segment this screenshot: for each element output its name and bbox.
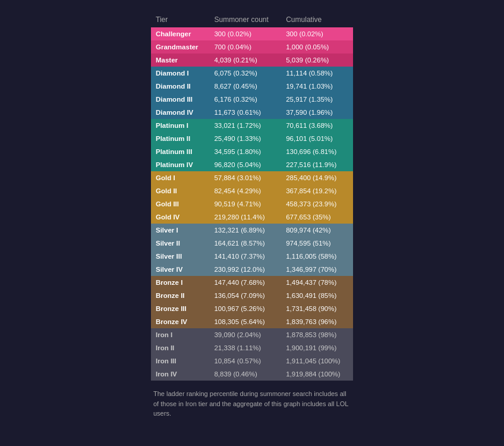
tier-cell: Master: [151, 54, 209, 67]
count-cell: 82,454 (4.29%): [209, 184, 281, 197]
cumulative-cell: 1,630,491 (85%): [281, 289, 353, 302]
tier-cell: Bronze IV: [151, 315, 209, 328]
count-cell: 11,673 (0.61%): [209, 106, 281, 119]
table-row: Iron I39,090 (2.04%)1,878,853 (98%): [151, 328, 353, 341]
count-cell: 90,519 (4.71%): [209, 197, 281, 211]
table-row: Gold II82,454 (4.29%)367,854 (19.2%): [151, 184, 353, 197]
cumulative-cell: 1,878,853 (98%): [281, 328, 353, 341]
footnote-text: The ladder ranking percentile during sum…: [151, 385, 353, 422]
cumulative-cell: 70,611 (3.68%): [281, 119, 353, 132]
table-row: Gold IV219,280 (11.4%)677,653 (35%): [151, 211, 353, 224]
table-row: Gold III90,519 (4.71%)458,373 (23.9%): [151, 197, 353, 211]
cumulative-cell: 285,400 (14.9%): [281, 171, 353, 184]
cumulative-cell: 367,854 (19.2%): [281, 184, 353, 197]
count-cell: 147,440 (7.68%): [209, 276, 281, 289]
tier-cell: Platinum IV: [151, 158, 209, 171]
table-row: Bronze III100,967 (5.26%)1,731,458 (90%): [151, 302, 353, 315]
count-cell: 6,075 (0.32%): [209, 67, 281, 80]
count-cell: 57,884 (3.01%): [209, 171, 281, 184]
tier-cell: Silver I: [151, 224, 209, 237]
cumulative-cell: 458,373 (23.9%): [281, 197, 353, 211]
tier-cell: Platinum III: [151, 145, 209, 158]
cumulative-cell: 96,101 (5.01%): [281, 132, 353, 145]
count-cell: 39,090 (2.04%): [209, 328, 281, 341]
count-cell: 230,992 (12.0%): [209, 263, 281, 276]
tier-table-container: Tier Summoner count Cumulative Challenge…: [151, 12, 353, 422]
count-cell: 21,338 (1.11%): [209, 341, 281, 354]
count-cell: 108,305 (5.64%): [209, 315, 281, 328]
cumulative-cell: 1,839,763 (96%): [281, 315, 353, 328]
tier-cell: Gold IV: [151, 211, 209, 224]
cumulative-cell: 809,974 (42%): [281, 224, 353, 237]
table-row: Challenger300 (0.02%)300 (0.02%): [151, 27, 353, 40]
tier-cell: Gold III: [151, 197, 209, 211]
cumulative-cell: 974,595 (51%): [281, 237, 353, 250]
table-row: Platinum III34,595 (1.80%)130,696 (6.81%…: [151, 145, 353, 158]
tier-cell: Platinum I: [151, 119, 209, 132]
tier-cell: Diamond III: [151, 93, 209, 106]
cumulative-cell: 11,114 (0.58%): [281, 67, 353, 80]
table-row: Iron III10,854 (0.57%)1,911,045 (100%): [151, 354, 353, 368]
tier-cell: Gold II: [151, 184, 209, 197]
tier-cell: Platinum II: [151, 132, 209, 145]
table-row: Bronze IV108,305 (5.64%)1,839,763 (96%): [151, 315, 353, 328]
tier-table: Tier Summoner count Cumulative Challenge…: [151, 12, 353, 381]
table-row: Silver IV230,992 (12.0%)1,346,997 (70%): [151, 263, 353, 276]
count-cell: 33,021 (1.72%): [209, 119, 281, 132]
table-row: Iron IV8,839 (0.46%)1,919,884 (100%): [151, 368, 353, 381]
count-cell: 4,039 (0.21%): [209, 54, 281, 67]
tier-cell: Diamond IV: [151, 106, 209, 119]
table-header-row: Tier Summoner count Cumulative: [151, 12, 353, 27]
tier-cell: Silver II: [151, 237, 209, 250]
cumulative-cell: 25,917 (1.35%): [281, 93, 353, 106]
tier-cell: Bronze III: [151, 302, 209, 315]
cumulative-cell: 677,653 (35%): [281, 211, 353, 224]
tier-cell: Gold I: [151, 171, 209, 184]
table-row: Bronze I147,440 (7.68%)1,494,437 (78%): [151, 276, 353, 289]
tier-cell: Bronze I: [151, 276, 209, 289]
cumulative-cell: 19,741 (1.03%): [281, 80, 353, 93]
count-cell: 219,280 (11.4%): [209, 211, 281, 224]
tier-cell: Iron I: [151, 328, 209, 341]
count-cell: 700 (0.04%): [209, 40, 281, 54]
cumulative-cell: 1,900,191 (99%): [281, 341, 353, 354]
count-cell: 136,054 (7.09%): [209, 289, 281, 302]
tier-cell: Diamond II: [151, 80, 209, 93]
table-row: Platinum II25,490 (1.33%)96,101 (5.01%): [151, 132, 353, 145]
table-row: Platinum IV96,820 (5.04%)227,516 (11.9%): [151, 158, 353, 171]
count-cell: 100,967 (5.26%): [209, 302, 281, 315]
tier-cell: Diamond I: [151, 67, 209, 80]
cumulative-cell: 227,516 (11.9%): [281, 158, 353, 171]
table-row: Diamond IV11,673 (0.61%)37,590 (1.96%): [151, 106, 353, 119]
cumulative-cell: 1,911,045 (100%): [281, 354, 353, 368]
tier-cell: Challenger: [151, 27, 209, 40]
count-cell: 8,627 (0.45%): [209, 80, 281, 93]
cumulative-cell: 5,039 (0.26%): [281, 54, 353, 67]
count-cell: 6,176 (0.32%): [209, 93, 281, 106]
tier-cell: Iron II: [151, 341, 209, 354]
col-tier: Tier: [151, 12, 209, 27]
cumulative-cell: 1,919,884 (100%): [281, 368, 353, 381]
cumulative-cell: 1,731,458 (90%): [281, 302, 353, 315]
count-cell: 34,595 (1.80%): [209, 145, 281, 158]
table-row: Bronze II136,054 (7.09%)1,630,491 (85%): [151, 289, 353, 302]
count-cell: 96,820 (5.04%): [209, 158, 281, 171]
table-row: Diamond I6,075 (0.32%)11,114 (0.58%): [151, 67, 353, 80]
tier-cell: Silver III: [151, 250, 209, 263]
col-summoner-count: Summoner count: [209, 12, 281, 27]
tier-cell: Silver IV: [151, 263, 209, 276]
count-cell: 300 (0.02%): [209, 27, 281, 40]
count-cell: 164,621 (8.57%): [209, 237, 281, 250]
table-row: Silver I132,321 (6.89%)809,974 (42%): [151, 224, 353, 237]
table-row: Diamond III6,176 (0.32%)25,917 (1.35%): [151, 93, 353, 106]
cumulative-cell: 1,346,997 (70%): [281, 263, 353, 276]
tier-cell: Iron III: [151, 354, 209, 368]
table-row: Silver II164,621 (8.57%)974,595 (51%): [151, 237, 353, 250]
tier-cell: Iron IV: [151, 368, 209, 381]
tier-cell: Bronze II: [151, 289, 209, 302]
count-cell: 141,410 (7.37%): [209, 250, 281, 263]
table-row: Iron II21,338 (1.11%)1,900,191 (99%): [151, 341, 353, 354]
table-row: Master4,039 (0.21%)5,039 (0.26%): [151, 54, 353, 67]
cumulative-cell: 37,590 (1.96%): [281, 106, 353, 119]
cumulative-cell: 130,696 (6.81%): [281, 145, 353, 158]
